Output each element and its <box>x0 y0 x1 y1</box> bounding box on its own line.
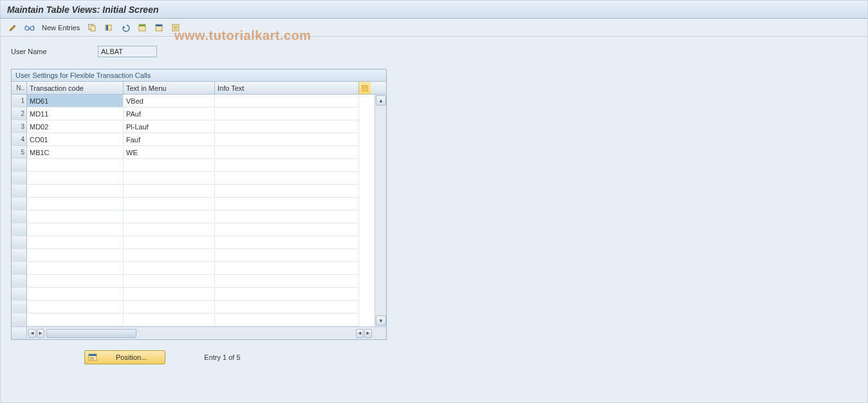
table-row[interactable] <box>12 223 374 236</box>
row-number[interactable] <box>12 185 27 198</box>
table-row[interactable] <box>12 262 374 275</box>
position-button[interactable]: Position... <box>84 350 165 364</box>
user-name-field[interactable]: ALBAT <box>98 46 157 57</box>
select-all-icon[interactable] <box>135 21 149 34</box>
row-number[interactable] <box>12 301 27 314</box>
scroll-right-end-icon[interactable]: ► <box>364 329 372 338</box>
scroll-down-icon[interactable]: ▼ <box>376 315 386 326</box>
cell-info-text[interactable] <box>215 133 359 146</box>
glasses-icon[interactable] <box>23 21 37 34</box>
row-number[interactable] <box>12 314 27 326</box>
config-icon[interactable] <box>169 21 183 34</box>
scroll-right-step-icon[interactable]: ► <box>37 329 44 338</box>
cell-empty[interactable] <box>27 198 124 211</box>
table-row[interactable] <box>12 275 374 288</box>
cell-empty[interactable] <box>124 262 215 275</box>
cell-empty[interactable] <box>27 275 124 288</box>
table-row[interactable] <box>12 314 374 326</box>
table-config-icon[interactable] <box>359 82 371 94</box>
cell-empty[interactable] <box>124 301 215 314</box>
cell-empty[interactable] <box>215 236 359 249</box>
row-number[interactable] <box>12 211 27 223</box>
table-row[interactable]: 1MD61VBed <box>12 95 374 108</box>
cell-info-text[interactable] <box>215 146 359 159</box>
cell-empty[interactable] <box>124 198 215 211</box>
col-header-transaction-code[interactable]: Transaction code <box>27 82 124 94</box>
cell-empty[interactable] <box>215 262 359 275</box>
cell-empty[interactable] <box>27 262 124 275</box>
row-number[interactable]: 2 <box>12 108 27 120</box>
cell-empty[interactable] <box>27 159 124 172</box>
copy-icon[interactable] <box>85 21 99 34</box>
cell-info-text[interactable] <box>215 120 359 133</box>
cell-empty[interactable] <box>27 314 124 326</box>
cell-text-in-menu[interactable]: Pl-Lauf <box>124 120 215 133</box>
cell-transaction-code[interactable]: MB1C <box>27 146 124 159</box>
table-row[interactable] <box>12 301 374 314</box>
table-row[interactable]: 5MB1CWE <box>12 146 374 159</box>
row-number[interactable]: 1 <box>12 95 27 108</box>
cell-empty[interactable] <box>124 236 215 249</box>
cell-info-text[interactable] <box>215 108 359 120</box>
hscroll-thumb[interactable] <box>46 329 136 338</box>
deselect-all-icon[interactable] <box>152 21 166 34</box>
cell-empty[interactable] <box>27 249 124 262</box>
cell-empty[interactable] <box>124 275 215 288</box>
row-number[interactable]: 4 <box>12 133 27 146</box>
cell-empty[interactable] <box>124 314 215 326</box>
cell-empty[interactable] <box>27 301 124 314</box>
table-row[interactable] <box>12 236 374 249</box>
col-header-info-text[interactable]: Info Text <box>215 82 359 94</box>
cell-empty[interactable] <box>215 249 359 262</box>
cell-empty[interactable] <box>124 288 215 301</box>
row-number[interactable] <box>12 223 27 236</box>
cell-empty[interactable] <box>124 159 215 172</box>
cell-empty[interactable] <box>27 185 124 198</box>
table-row[interactable] <box>12 172 374 185</box>
cell-empty[interactable] <box>215 288 359 301</box>
table-row[interactable]: 2MD11PAuf <box>12 108 374 120</box>
table-row[interactable] <box>12 185 374 198</box>
row-number[interactable] <box>12 249 27 262</box>
cell-transaction-code[interactable]: MD61 <box>27 95 124 108</box>
cell-empty[interactable] <box>215 301 359 314</box>
row-number[interactable] <box>12 236 27 249</box>
cell-empty[interactable] <box>27 236 124 249</box>
vertical-scrollbar[interactable]: ▲ ▼ <box>374 95 386 326</box>
scroll-up-icon[interactable]: ▲ <box>376 95 386 106</box>
row-number[interactable] <box>12 159 27 172</box>
row-number[interactable] <box>12 262 27 275</box>
cell-empty[interactable] <box>215 198 359 211</box>
cell-text-in-menu[interactable]: VBed <box>124 95 215 108</box>
row-number[interactable]: 3 <box>12 120 27 133</box>
cell-empty[interactable] <box>215 223 359 236</box>
undo-icon[interactable] <box>118 21 133 34</box>
table-row[interactable]: 3MD02Pl-Lauf <box>12 120 374 133</box>
scroll-left-end-icon[interactable]: ◄ <box>356 329 364 338</box>
cell-empty[interactable] <box>215 314 359 326</box>
cell-transaction-code[interactable]: CO01 <box>27 133 124 146</box>
cell-empty[interactable] <box>27 223 124 236</box>
table-row[interactable] <box>12 249 374 262</box>
cell-empty[interactable] <box>215 159 359 172</box>
cell-info-text[interactable] <box>215 95 359 108</box>
cell-transaction-code[interactable]: MD11 <box>27 108 124 120</box>
table-row[interactable] <box>12 159 374 172</box>
cell-empty[interactable] <box>215 275 359 288</box>
col-header-text-in-menu[interactable]: Text in Menu <box>124 82 215 94</box>
cell-empty[interactable] <box>124 211 215 223</box>
col-header-n[interactable]: N.. <box>12 82 27 94</box>
table-row[interactable] <box>12 211 374 223</box>
row-number[interactable] <box>12 198 27 211</box>
cell-empty[interactable] <box>27 172 124 185</box>
cell-text-in-menu[interactable]: WE <box>124 146 215 159</box>
table-row[interactable] <box>12 288 374 301</box>
cell-empty[interactable] <box>124 249 215 262</box>
row-number[interactable]: 5 <box>12 146 27 159</box>
cell-empty[interactable] <box>124 223 215 236</box>
cell-empty[interactable] <box>215 185 359 198</box>
cell-transaction-code[interactable]: MD02 <box>27 120 124 133</box>
cell-empty[interactable] <box>27 211 124 223</box>
row-number[interactable] <box>12 172 27 185</box>
new-entries-button[interactable]: New Entries <box>39 24 82 32</box>
